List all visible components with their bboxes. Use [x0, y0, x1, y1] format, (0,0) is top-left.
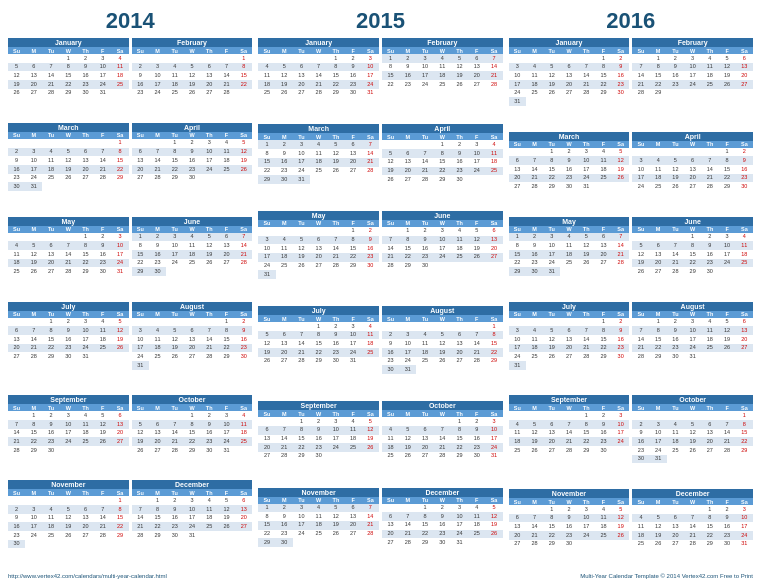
cal-grid-may-2015: 12 3456789 10111213141516 17181920212223… — [258, 227, 379, 279]
year-title-2016: 2016 — [509, 8, 753, 34]
month-jan-2016: January SuMTuWThFSa 12 3456789 101112131… — [509, 38, 630, 129]
month-header-jun-2016: June — [632, 217, 753, 226]
month-header-nov-2015: November — [258, 488, 379, 497]
day-headers: SuMTuWThFSa — [8, 132, 129, 139]
cal-grid-feb-2014: 1 2345678 9101112131415 16171819202122 2… — [132, 54, 253, 97]
cal-grid-feb-2016: 123456 78910111213 14151617181920 212223… — [632, 54, 753, 97]
cal-grid-may-2016: 1234567 891011121314 15161718192021 2223… — [509, 233, 630, 276]
month-feb-2014: February SuMTuWThFSa 1 2345678 910111213… — [132, 38, 253, 120]
month-jun-2016: June SuMTuWThFSa 1234 567891011 12131415… — [632, 217, 753, 299]
day-headers: SuMTuWThFSa — [509, 226, 630, 233]
day-headers: SuMTuWThFSa — [258, 410, 379, 417]
month-header-oct-2015: October — [382, 401, 503, 410]
month-header-sep-2014: September — [8, 395, 129, 404]
month-jan-2014: January SuMTuWThFSa 1234 567891011 12131… — [8, 38, 129, 120]
month-nov-2016: November SuMTuWThFSa 12345 6789101112 13… — [509, 489, 630, 571]
cal-grid-dec-2015: 12345 6789101112 13141516171819 20212223… — [382, 504, 503, 547]
cal-grid-jun-2016: 1234 567891011 12131415161718 1920212223… — [632, 233, 753, 276]
day-headers: SuMTuWThFSa — [258, 47, 379, 54]
month-dec-2016: December SuMTuWThFSa 123 45678910 111213… — [632, 489, 753, 571]
month-header-aug-2014: August — [132, 302, 253, 311]
cal-grid-jul-2015: 1234 567891011 12131415161718 1920212223… — [258, 322, 379, 365]
month-header-may-2014: May — [8, 217, 129, 226]
month-header-apr-2016: April — [632, 132, 753, 141]
cal-grid-oct-2015: 123 45678910 11121314151617 181920212223… — [382, 417, 503, 460]
cal-grid-oct-2014: 1234 567891011 12131415161718 1920212223… — [132, 411, 253, 454]
day-headers: SuMTuWThFSa — [509, 498, 630, 505]
month-mar-2014: March SuMTuWThFSa 1 2345678 910111213141… — [8, 123, 129, 214]
footer-right: Multi-Year Calendar Template © 2014 Vert… — [580, 573, 753, 579]
month-apr-2016: April SuMTuWThFSa 12 3456789 10111213141… — [632, 132, 753, 214]
month-oct-2015: October SuMTuWThFSa 123 45678910 1112131… — [382, 401, 503, 484]
month-jun-2014: June SuMTuWThFSa 1234567 891011121314 15… — [132, 217, 253, 299]
month-dec-2014: December SuMTuWThFSa 123456 78910111213 … — [132, 480, 253, 571]
day-headers: SuMTuWThFSa — [509, 404, 630, 411]
cal-grid-may-2014: 123 45678910 11121314151617 181920212223… — [8, 233, 129, 276]
month-header-feb-2016: February — [632, 38, 753, 47]
day-headers: SuMTuWThFSa — [8, 404, 129, 411]
month-header-jan-2016: January — [509, 38, 630, 47]
month-aug-2014: August SuMTuWThFSa 12 3456789 1011121314… — [132, 302, 253, 393]
day-headers: SuMTuWThFSa — [8, 47, 129, 54]
year-title-2015: 2015 — [258, 8, 502, 34]
month-oct-2014: October SuMTuWThFSa 1234 567891011 12131… — [132, 395, 253, 477]
months-grid-2015: January SuMTuWThFSa 123 45678910 1112131… — [258, 38, 502, 571]
cal-grid-jul-2014: 12345 6789101112 13141516171819 20212223… — [8, 318, 129, 361]
month-header-oct-2014: October — [132, 395, 253, 404]
year-2014: 2014 January SuMTuWThFSa 1234 567891011 … — [8, 8, 252, 571]
day-headers: SuMTuWThFSa — [632, 404, 753, 411]
cal-grid-aug-2015: 1 2345678 9101112131415 16171819202122 2… — [382, 322, 503, 374]
month-header-nov-2016: November — [509, 489, 630, 498]
cal-grid-dec-2016: 123 45678910 11121314151617 181920212223… — [632, 505, 753, 548]
month-header-nov-2014: November — [8, 480, 129, 489]
month-aug-2015: August SuMTuWThFSa 1 2345678 91011121314… — [382, 306, 503, 398]
month-header-jul-2014: July — [8, 302, 129, 311]
month-header-sep-2015: September — [258, 401, 379, 410]
month-header-dec-2014: December — [132, 480, 253, 489]
month-header-apr-2014: April — [132, 123, 253, 132]
cal-grid-nov-2015: 1234567 891011121314 15161718192021 2223… — [258, 504, 379, 547]
month-sep-2014: September SuMTuWThFSa 123456 78910111213… — [8, 395, 129, 477]
year-columns: 2014 January SuMTuWThFSa 1234 567891011 … — [8, 8, 753, 571]
cal-grid-jul-2016: 12 3456789 10111213141516 17181920212223… — [509, 318, 630, 370]
cal-grid-aug-2014: 12 3456789 10111213141516 17181920212223… — [132, 318, 253, 370]
year-2016: 2016 January SuMTuWThFSa 12 3456789 1011… — [509, 8, 753, 571]
month-header-jan-2015: January — [258, 38, 379, 47]
day-headers: SuMTuWThFSa — [132, 226, 253, 233]
day-headers: SuMTuWThFSa — [132, 489, 253, 496]
month-may-2016: May SuMTuWThFSa 1234567 891011121314 151… — [509, 217, 630, 299]
day-headers: SuMTuWThFSa — [632, 141, 753, 148]
cal-grid-jan-2014: 1234 567891011 12131415161718 1920212223… — [8, 54, 129, 97]
month-jul-2016: July SuMTuWThFSa 12 3456789 101112131415… — [509, 302, 630, 393]
month-header-aug-2015: August — [382, 306, 503, 315]
months-grid-2014: January SuMTuWThFSa 1234 567891011 12131… — [8, 38, 252, 571]
day-headers: SuMTuWThFSa — [258, 133, 379, 140]
day-headers: SuMTuWThFSa — [8, 489, 129, 496]
day-headers: SuMTuWThFSa — [632, 47, 753, 54]
cal-grid-sep-2015: 12345 6789101112 13141516171819 20212223… — [258, 417, 379, 460]
day-headers: SuMTuWThFSa — [8, 311, 129, 318]
cal-grid-apr-2016: 12 3456789 10111213141516 17181920212223… — [632, 148, 753, 191]
day-headers: SuMTuWThFSa — [509, 47, 630, 54]
month-header-mar-2016: March — [509, 132, 630, 141]
cal-grid-mar-2015: 1234567 891011121314 15161718192021 2223… — [258, 140, 379, 183]
year-title-2014: 2014 — [8, 8, 252, 34]
month-jul-2015: July SuMTuWThFSa 1234 567891011 12131415… — [258, 306, 379, 398]
month-header-feb-2014: February — [132, 38, 253, 47]
day-headers: SuMTuWThFSa — [258, 497, 379, 504]
cal-grid-dec-2014: 123456 78910111213 14151617181920 212223… — [132, 496, 253, 539]
cal-grid-jun-2014: 1234567 891011121314 15161718192021 2223… — [132, 233, 253, 276]
day-headers: SuMTuWThFSa — [509, 311, 630, 318]
cal-grid-nov-2014: 1 2345678 9101112131415 16171819202122 2… — [8, 496, 129, 548]
month-header-jun-2014: June — [132, 217, 253, 226]
month-feb-2016: February SuMTuWThFSa 123456 78910111213 … — [632, 38, 753, 129]
month-sep-2016: September SuMTuWThFSa 123 45678910 11121… — [509, 395, 630, 486]
month-oct-2016: October SuMTuWThFSa 1 2345678 9101112131… — [632, 395, 753, 486]
month-header-mar-2015: March — [258, 124, 379, 133]
month-header-sep-2016: September — [509, 395, 630, 404]
month-header-jan-2014: January — [8, 38, 129, 47]
day-headers: SuMTuWThFSa — [632, 311, 753, 318]
month-mar-2016: March SuMTuWThFSa 12345 6789101112 13141… — [509, 132, 630, 214]
day-headers: SuMTuWThFSa — [132, 47, 253, 54]
month-apr-2015: April SuMTuWThFSa 1234 567891011 1213141… — [382, 124, 503, 207]
